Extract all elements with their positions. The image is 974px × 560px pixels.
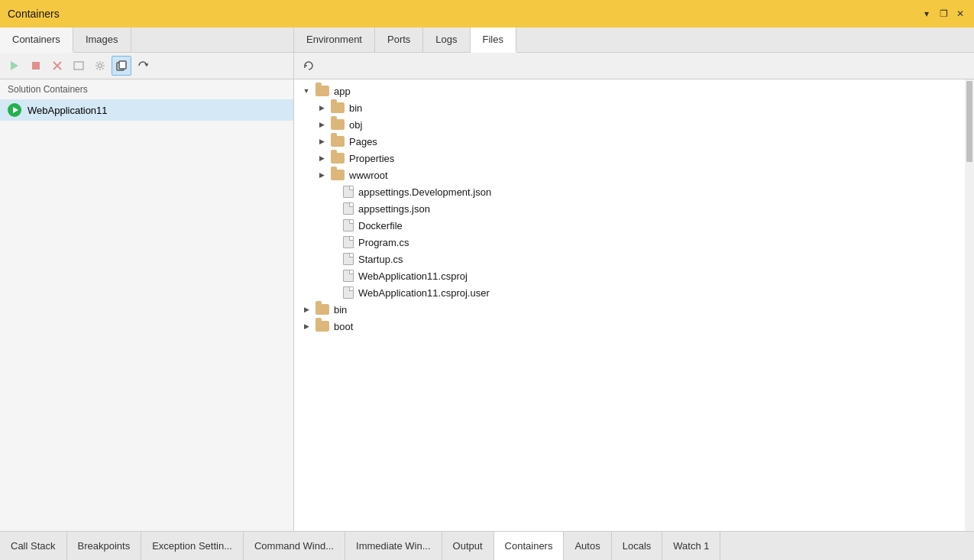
container-item[interactable]: WebApplication11 — [0, 99, 293, 121]
tree-label-wwwroot: wwwroot — [349, 170, 388, 181]
tree-node-csproj-user[interactable]: WebApplication11.csproj.user — [294, 284, 974, 301]
refresh-icon — [138, 60, 148, 71]
expand-pages[interactable] — [315, 135, 328, 147]
settings-button[interactable] — [90, 56, 110, 76]
folder-icon-wwwroot — [331, 170, 345, 180]
bottom-tab-immediate-window[interactable]: Immediate Win... — [345, 532, 442, 560]
tree-label-boot-root: boot — [334, 321, 353, 332]
tree-label-csproj-user: WebApplication11.csproj.user — [358, 287, 490, 299]
container-name: WebApplication11 — [28, 105, 108, 116]
bottom-tab-watch1[interactable]: Watch 1 — [662, 532, 720, 560]
expand-app[interactable] — [300, 85, 312, 97]
file-icon-dockerfile — [343, 219, 354, 231]
main-area: Containers Images — [0, 28, 974, 531]
file-tree: app bin obj Pages — [294, 79, 974, 531]
no-expand-csproj-user — [328, 286, 340, 299]
tab-ports[interactable]: Ports — [375, 28, 423, 52]
no-expand-programcs — [328, 236, 340, 248]
window-controls: ▾ ❐ ✕ — [921, 8, 966, 20]
svg-rect-1 — [32, 62, 40, 70]
tree-node-pages[interactable]: Pages — [294, 133, 974, 150]
scrollbar-thumb[interactable] — [965, 79, 974, 163]
bottom-tab-output[interactable]: Output — [442, 532, 494, 560]
svg-marker-0 — [11, 61, 18, 70]
refresh-button[interactable] — [133, 56, 153, 76]
title-bar: Containers ▾ ❐ ✕ — [0, 0, 974, 28]
svg-point-5 — [99, 64, 102, 68]
tab-logs[interactable]: Logs — [423, 28, 470, 52]
tree-label-obj: obj — [349, 119, 362, 131]
expand-properties[interactable] — [315, 152, 328, 164]
expand-wwwroot[interactable] — [315, 169, 328, 181]
bottom-tab-command-window[interactable]: Command Wind... — [244, 532, 345, 560]
bottom-tab-exception-settings[interactable]: Exception Settin... — [141, 532, 244, 560]
terminal-button[interactable] — [69, 56, 89, 76]
tree-node-programcs[interactable]: Program.cs — [294, 234, 974, 251]
folder-icon-bin — [331, 102, 345, 113]
left-toolbar — [0, 53, 293, 79]
tree-node-properties[interactable]: Properties — [294, 150, 974, 167]
right-panel: Environment Ports Logs Files app — [294, 28, 974, 531]
tree-label-bin-root: bin — [334, 304, 347, 316]
expand-bin-root[interactable] — [300, 303, 312, 316]
file-icon-csproj — [343, 270, 354, 282]
tree-node-app[interactable]: app — [294, 83, 974, 99]
run-status-icon — [8, 103, 21, 117]
copy-icon — [116, 60, 127, 71]
no-expand-csproj — [328, 270, 340, 282]
tree-node-bin[interactable]: bin — [294, 99, 974, 116]
files-refresh-button[interactable] — [299, 56, 319, 76]
tree-node-dockerfile[interactable]: Dockerfile — [294, 217, 974, 234]
tab-files[interactable]: Files — [471, 28, 516, 53]
folder-icon-pages — [331, 136, 345, 147]
folder-icon-app — [315, 86, 329, 96]
remove-button[interactable] — [47, 56, 67, 76]
close-btn[interactable]: ✕ — [954, 8, 966, 20]
play-icon — [9, 60, 20, 71]
stop-icon — [31, 61, 40, 70]
dropdown-btn[interactable]: ▾ — [921, 8, 933, 20]
bottom-bar: Call Stack Breakpoints Exception Settin.… — [0, 531, 974, 560]
tree-node-appsettings-dev[interactable]: appsettings.Development.json — [294, 183, 974, 200]
expand-bin[interactable] — [315, 102, 328, 114]
tab-images[interactable]: Images — [73, 28, 131, 52]
no-expand-appsettings — [328, 202, 340, 215]
tree-node-csproj[interactable]: WebApplication11.csproj — [294, 267, 974, 284]
copy-button[interactable] — [112, 56, 131, 76]
tree-node-boot-root[interactable]: boot — [294, 318, 974, 335]
right-panel-tabs: Environment Ports Logs Files — [294, 28, 974, 53]
tree-label-startupcs: Startup.cs — [358, 254, 403, 265]
file-icon-programcs — [343, 236, 354, 248]
start-button[interactable] — [5, 56, 24, 76]
expand-boot-root[interactable] — [300, 320, 312, 332]
bottom-tab-breakpoints[interactable]: Breakpoints — [67, 532, 142, 560]
file-icon-startupcs — [343, 253, 354, 265]
folder-icon-boot-root — [315, 321, 329, 332]
scrollbar-track[interactable] — [965, 79, 974, 531]
restore-btn[interactable]: ❐ — [937, 8, 950, 20]
tree-node-bin-root[interactable]: bin — [294, 301, 974, 318]
right-toolbar — [294, 53, 974, 79]
gear-icon — [95, 60, 105, 71]
tree-label-pages: Pages — [349, 136, 377, 147]
bottom-tab-autos[interactable]: Autos — [564, 532, 611, 560]
tab-environment[interactable]: Environment — [294, 28, 375, 52]
tree-node-obj[interactable]: obj — [294, 116, 974, 133]
tree-node-appsettings[interactable]: appsettings.json — [294, 200, 974, 217]
stop-button[interactable] — [26, 56, 46, 76]
expand-obj[interactable] — [315, 118, 328, 131]
bottom-tab-call-stack[interactable]: Call Stack — [0, 532, 67, 560]
no-expand-appsettings-dev — [328, 186, 340, 198]
file-icon-appsettings-dev — [343, 186, 354, 198]
tree-node-startupcs[interactable]: Startup.cs — [294, 251, 974, 267]
tree-node-wwwroot[interactable]: wwwroot — [294, 167, 974, 183]
bottom-tab-containers[interactable]: Containers — [494, 532, 565, 560]
bottom-tab-locals[interactable]: Locals — [612, 532, 663, 560]
terminal-icon — [73, 61, 84, 70]
refresh-files-icon — [303, 60, 314, 71]
svg-rect-4 — [74, 62, 83, 70]
tree-label-csproj: WebApplication11.csproj — [358, 270, 468, 282]
tab-containers[interactable]: Containers — [0, 28, 73, 53]
tree-label-appsettings-dev: appsettings.Development.json — [358, 186, 491, 198]
folder-icon-obj — [331, 119, 345, 130]
